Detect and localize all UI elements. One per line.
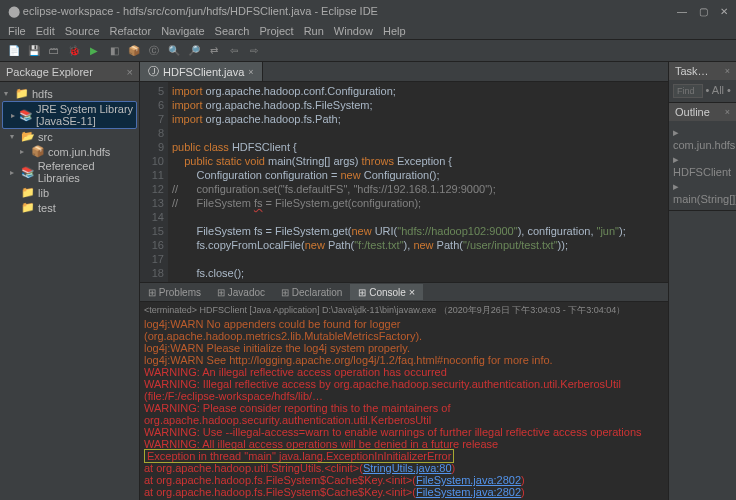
close-tab-icon[interactable]: × xyxy=(248,67,253,77)
menu-help[interactable]: Help xyxy=(383,25,406,37)
menu-run[interactable]: Run xyxy=(304,25,324,37)
close-icon[interactable]: × xyxy=(725,66,730,76)
tree-item[interactable]: ▸📚JRE System Library [JavaSE-11] xyxy=(2,101,137,129)
menu-project[interactable]: Project xyxy=(259,25,293,37)
window-title: eclipse-workspace - hdfs/src/com/jun/hdf… xyxy=(23,5,378,17)
console-line: WARNING: Use --illegal-access=warn to en… xyxy=(144,426,664,438)
console-header: <terminated> HDFSClient [Java Applicatio… xyxy=(144,304,664,316)
close-button[interactable]: ✕ xyxy=(720,6,728,17)
task-filter-all[interactable]: • All • xyxy=(706,84,731,96)
console-line: WARNING: Illegal reflective access by or… xyxy=(144,378,664,402)
console-view[interactable]: <terminated> HDFSClient [Java Applicatio… xyxy=(140,302,668,500)
tab-console[interactable]: ⊞ Console × xyxy=(350,284,423,300)
toolbar: 📄 💾 🗃 🐞 ▶ ◧ 📦 Ⓒ 🔍 🔎 ⇄ ⇦ ⇨ xyxy=(0,40,736,62)
new-icon[interactable]: 📄 xyxy=(6,43,22,59)
project-tree: ▾📁hdfs▸📚JRE System Library [JavaSE-11]▾📂… xyxy=(0,82,139,219)
minimize-button[interactable]: ― xyxy=(677,6,687,17)
editor-tab[interactable]: Ⓙ HDFSClient.java × xyxy=(140,62,263,81)
tab-declaration[interactable]: ⊞ Declaration xyxy=(273,285,350,300)
console-line: log4j:WARN Please initialize the log4j s… xyxy=(144,342,664,354)
tree-label: test xyxy=(38,202,56,214)
console-line: at org.apache.hadoop.fs.FileSystem$Cache… xyxy=(144,474,664,486)
menu-search[interactable]: Search xyxy=(215,25,250,37)
menu-navigate[interactable]: Navigate xyxy=(161,25,204,37)
save-all-icon[interactable]: 🗃 xyxy=(46,43,62,59)
package-explorer-tab[interactable]: Package Explorer × xyxy=(0,62,139,82)
console-line: WARNING: Please consider reporting this … xyxy=(144,402,664,426)
code-area[interactable]: import org.apache.hadoop.conf.Configurat… xyxy=(168,82,668,282)
close-icon[interactable]: × xyxy=(409,286,415,298)
task-find-input[interactable] xyxy=(673,84,703,98)
new-package-icon[interactable]: 📦 xyxy=(126,43,142,59)
new-class-icon[interactable]: Ⓒ xyxy=(146,43,162,59)
outline-title: Outline xyxy=(675,106,710,118)
tree-item[interactable]: 📁lib xyxy=(2,185,137,200)
console-line: WARNING: An illegal reflective access op… xyxy=(144,366,664,378)
console-line: log4j:WARN See http://logging.apache.org… xyxy=(144,354,664,366)
eclipse-icon: ⬤ xyxy=(8,5,20,18)
tree-label: com.jun.hdfs xyxy=(48,146,110,158)
java-file-icon: Ⓙ xyxy=(148,64,159,79)
outline-panel-tab[interactable]: Outline × xyxy=(669,103,736,121)
save-icon[interactable]: 💾 xyxy=(26,43,42,59)
titlebar: ⬤ eclipse-workspace - hdfs/src/com/jun/h… xyxy=(0,0,736,22)
tab-javadoc[interactable]: ⊞ Javadoc xyxy=(209,285,273,300)
code-editor[interactable]: 5678910111213141516171819202122 import o… xyxy=(140,82,668,282)
outline-item[interactable]: ▸ main(String[]) xyxy=(673,179,732,206)
debug-icon[interactable]: 🐞 xyxy=(66,43,82,59)
tree-label: hdfs xyxy=(32,88,53,100)
console-line: at org.apache.hadoop.util.StringUtils.<c… xyxy=(144,462,664,474)
task-panel-tab[interactable]: Task… × xyxy=(669,62,736,80)
editor-tab-label: HDFSClient.java xyxy=(163,66,244,78)
menu-window[interactable]: Window xyxy=(334,25,373,37)
menu-refactor[interactable]: Refactor xyxy=(110,25,152,37)
outline-item[interactable]: ▸ com.jun.hdfs xyxy=(673,125,732,152)
tree-item[interactable]: ▾📂src xyxy=(2,129,137,144)
tree-item[interactable]: ▾📁hdfs xyxy=(2,86,137,101)
outline-item[interactable]: ▸ HDFSClient xyxy=(673,152,732,179)
line-gutter: 5678910111213141516171819202122 xyxy=(140,82,168,282)
close-icon[interactable]: × xyxy=(127,66,133,78)
tree-label: JRE System Library [JavaSE-11] xyxy=(36,103,134,127)
close-icon[interactable]: × xyxy=(725,107,730,117)
toggle-icon[interactable]: ⇄ xyxy=(206,43,222,59)
tree-item[interactable]: ▸📦com.jun.hdfs xyxy=(2,144,137,159)
maximize-button[interactable]: ▢ xyxy=(699,6,708,17)
menu-file[interactable]: File xyxy=(8,25,26,37)
run-icon[interactable]: ▶ xyxy=(86,43,102,59)
back-icon[interactable]: ⇦ xyxy=(226,43,242,59)
tree-item[interactable]: ▸📚Referenced Libraries xyxy=(2,159,137,185)
menu-source[interactable]: Source xyxy=(65,25,100,37)
task-title: Task… xyxy=(675,65,709,77)
tab-problems[interactable]: ⊞ Problems xyxy=(140,285,209,300)
coverage-icon[interactable]: ◧ xyxy=(106,43,122,59)
open-type-icon[interactable]: 🔍 xyxy=(166,43,182,59)
tree-label: lib xyxy=(38,187,49,199)
console-line: Exception in thread "main" java.lang.Exc… xyxy=(144,450,664,462)
search-icon[interactable]: 🔎 xyxy=(186,43,202,59)
forward-icon[interactable]: ⇨ xyxy=(246,43,262,59)
menu-edit[interactable]: Edit xyxy=(36,25,55,37)
tree-label: src xyxy=(38,131,53,143)
tree-label: Referenced Libraries xyxy=(38,160,135,184)
console-line: log4j:WARN No appenders could be found f… xyxy=(144,318,664,342)
console-line: at org.apache.hadoop.fs.FileSystem$Cache… xyxy=(144,486,664,498)
tree-item[interactable]: 📁test xyxy=(2,200,137,215)
menubar: FileEditSourceRefactorNavigateSearchProj… xyxy=(0,22,736,40)
package-explorer-title: Package Explorer xyxy=(6,66,93,78)
bottom-tabs: ⊞ Problems⊞ Javadoc⊞ Declaration⊞ Consol… xyxy=(140,282,668,302)
